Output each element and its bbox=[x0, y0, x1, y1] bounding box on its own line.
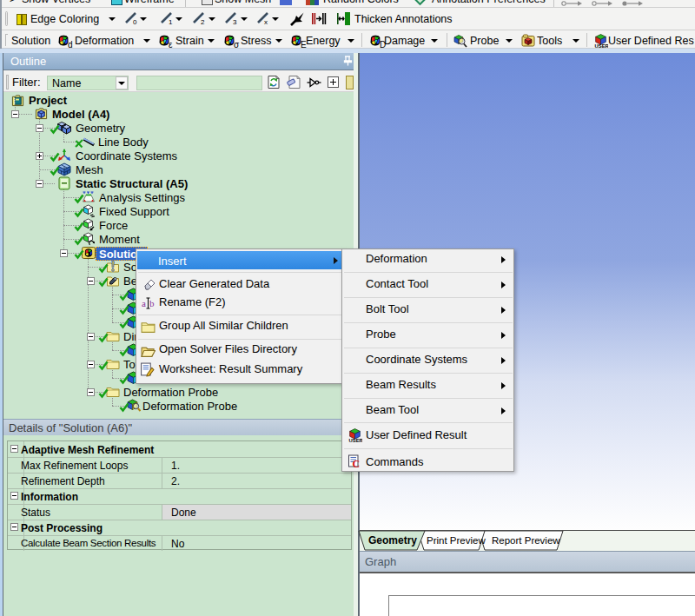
svg-text:3: 3 bbox=[233, 18, 237, 25]
svg-text:x: x bbox=[264, 18, 268, 25]
svg-text:0: 0 bbox=[133, 18, 137, 25]
svg-text:Geometry: Geometry bbox=[368, 534, 417, 546]
svg-text:Report Preview: Report Preview bbox=[492, 535, 560, 546]
svg-text:1: 1 bbox=[169, 18, 173, 25]
svg-text:Print Preview: Print Preview bbox=[427, 535, 486, 546]
svg-text:2: 2 bbox=[201, 18, 205, 25]
